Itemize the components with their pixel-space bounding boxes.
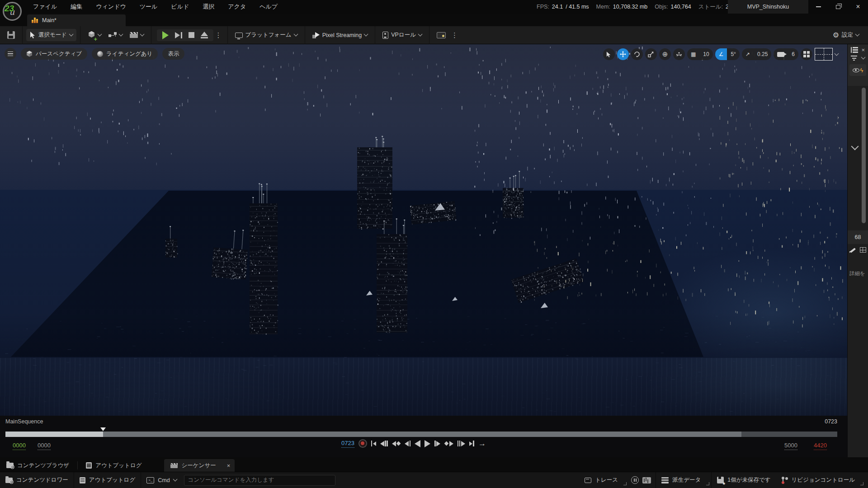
menu-select[interactable]: 選択 [196, 3, 221, 11]
menu-actor[interactable]: アクタ [221, 3, 253, 11]
details-tab-label[interactable]: 詳細を [849, 270, 868, 277]
scale-tool-button[interactable] [645, 48, 657, 60]
step-back-button[interactable] [405, 441, 410, 446]
3d-viewport[interactable]: パースペクティブ ライティングあり 表示 ⊕ [0, 44, 847, 416]
save-button[interactable] [4, 29, 19, 41]
content-drawer-button[interactable]: コンテンツドロワー [0, 472, 74, 488]
play-button[interactable] [162, 31, 169, 39]
virtual-camera-button[interactable] [433, 30, 449, 41]
step-forward-frames-button[interactable] [458, 441, 465, 446]
grid-panel-icon[interactable] [860, 247, 866, 253]
stop-button[interactable] [189, 32, 194, 38]
collapse-chevron-icon[interactable] [851, 143, 859, 150]
loop-mode-button[interactable]: → [478, 441, 486, 447]
eject-button[interactable] [201, 32, 208, 38]
close-button[interactable]: × [848, 0, 868, 14]
tab-content-browser[interactable]: コンテンツブラウザ [0, 459, 75, 472]
play-reverse-button[interactable] [415, 440, 420, 447]
perspective-dropdown[interactable]: パースペクティブ [21, 48, 87, 60]
skip-button[interactable] [175, 32, 182, 38]
jump-to-start-button[interactable] [371, 441, 376, 446]
trace-button[interactable]: トレース [579, 472, 623, 488]
tab-sequencer[interactable]: シーケンサー × [164, 459, 235, 472]
content-drawer-icon [5, 478, 13, 483]
outliner-collapsed-panel: × ϟ [848, 44, 868, 86]
cinematics-dropdown[interactable] [126, 30, 147, 40]
vp-role-dropdown[interactable]: VPロール [379, 29, 425, 41]
restore-button[interactable] [828, 0, 848, 14]
frame-out[interactable]: 5000 [784, 442, 797, 450]
frame-in-green[interactable]: 0000 [13, 442, 26, 450]
blueprints-dropdown[interactable] [105, 30, 126, 41]
play-forward-button[interactable] [425, 440, 430, 447]
step-back-frames-button[interactable] [380, 441, 388, 446]
show-dropdown[interactable]: 表示 [162, 48, 184, 60]
tab-output-log[interactable]: アウトプットログ [80, 459, 148, 472]
visibility-toggle[interactable]: ϟ [849, 64, 866, 76]
unsaved-button[interactable]: 1個が未保存です [712, 472, 776, 488]
menu-window[interactable]: ウィンドウ [89, 3, 133, 11]
viewport-layout-selector[interactable] [815, 48, 833, 61]
menu-tools[interactable]: ツール [133, 3, 165, 11]
select-tool-button[interactable] [603, 48, 615, 60]
jump-to-end-button[interactable] [469, 441, 474, 446]
add-actor-dropdown[interactable]: + [84, 28, 105, 42]
sequencer-timeline[interactable] [5, 432, 837, 437]
sequence-name: MainSequence [5, 418, 43, 425]
select-mode-dropdown[interactable]: 選択モード [26, 29, 76, 41]
sequencer-tab-label: シーケンサー [181, 462, 216, 469]
revision-control-label: リビジョンコントロール [792, 476, 855, 484]
filter-icon[interactable] [851, 56, 857, 61]
move-tool-button[interactable] [617, 48, 629, 60]
minimize-button[interactable] [808, 0, 828, 14]
settings-dropdown[interactable]: ⚙ 設定 [829, 28, 868, 42]
play-options-dots-icon[interactable]: ⋮ [213, 31, 224, 39]
maximize-viewport-button[interactable] [801, 48, 812, 60]
frame-out-red[interactable]: 4420 [814, 442, 827, 450]
cmd-dropdown[interactable]: >_ Cmd [141, 472, 182, 488]
platforms-label: プラットフォーム [245, 31, 292, 39]
revision-control-button[interactable]: リビジョンコントロール [776, 472, 860, 488]
rotation-snap-control[interactable]: ∠ 5° [715, 48, 740, 60]
sidebar-scrollbar[interactable] [862, 88, 866, 223]
chevron-down-icon[interactable] [835, 51, 839, 56]
stats-capture-button[interactable] [642, 472, 656, 488]
current-frame-field[interactable]: 0723 [341, 440, 354, 448]
menu-build[interactable]: ビルド [164, 3, 196, 11]
toolbar-more-dots-icon[interactable]: ⋮ [449, 31, 460, 39]
console-command-input[interactable]: コンソールコマンドを入力します [184, 475, 335, 486]
viewport-options-menu-icon[interactable] [5, 48, 16, 60]
insights-pause-button[interactable] [628, 472, 642, 488]
derived-data-button[interactable]: 派生データ [656, 472, 706, 488]
view-mode-dropdown[interactable]: ライティングあり [92, 48, 158, 60]
record-button[interactable] [359, 439, 367, 448]
toolbar-separator [305, 26, 305, 44]
menu-help[interactable]: ヘルプ [253, 3, 284, 11]
grid-snap-control[interactable]: ▦ 10 [687, 48, 713, 60]
menu-edit[interactable]: 編集 [64, 3, 89, 11]
unreal-engine-logo-icon[interactable]: u 23 [3, 2, 22, 21]
chevron-down-icon[interactable] [861, 55, 866, 60]
output-log-button[interactable]: アウトプットログ [74, 472, 141, 488]
platforms-dropdown[interactable]: プラットフォーム [231, 29, 301, 41]
surface-snapping-button[interactable] [673, 48, 685, 60]
camera-icon [777, 52, 784, 57]
edit-pen-icon[interactable] [849, 247, 856, 253]
world-local-toggle-button[interactable]: ⊕ [659, 48, 671, 60]
close-tab-icon[interactable]: × [227, 462, 231, 469]
next-key-button[interactable] [444, 441, 453, 446]
objs-value: 140,764 [671, 4, 691, 10]
camera-speed-control[interactable]: 6 [774, 48, 798, 60]
previous-key-button[interactable] [392, 441, 401, 446]
close-icon[interactable]: × [861, 47, 865, 53]
pause-circle-icon [631, 476, 639, 484]
menu-file[interactable]: ファイル [26, 3, 64, 11]
level-tab-main[interactable]: Main* [27, 14, 126, 26]
frame-in-sub[interactable]: 0000 [38, 442, 51, 450]
step-forward-button[interactable] [434, 441, 440, 446]
outliner-icon[interactable] [851, 47, 858, 53]
rotate-tool-button[interactable] [631, 48, 643, 60]
playhead-marker[interactable] [100, 427, 106, 431]
scale-snap-control[interactable]: ↗ 0.25 [742, 48, 771, 60]
pixel-streaming-dropdown[interactable]: Pixel Streaming [309, 30, 372, 41]
